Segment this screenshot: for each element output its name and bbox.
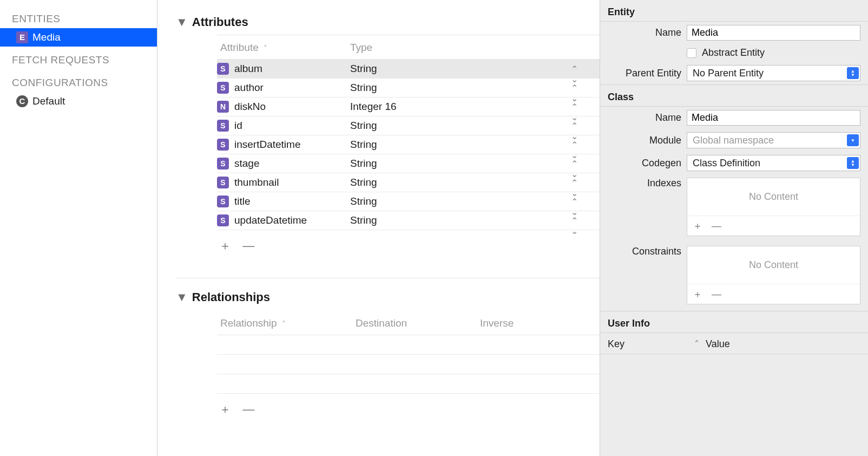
sort-caret-icon: ˄	[261, 44, 267, 53]
attribute-row[interactable]: SthumbnailString⌃⌄	[217, 173, 600, 192]
attribute-type[interactable]: String⌃⌄	[347, 177, 600, 188]
add-attribute-button[interactable]: ＋	[219, 239, 240, 252]
parent-entity-row: Parent Entity No Parent Entity ▲▼	[600, 62, 868, 84]
attribute-row[interactable]: SstageString⌃⌄	[217, 154, 600, 173]
attribute-row[interactable]: StitleString⌃⌄	[217, 192, 600, 211]
attribute-name: insertDatetime	[234, 139, 347, 151]
column-destination[interactable]: Destination	[352, 317, 477, 329]
constraints-label: Constraints	[608, 246, 681, 257]
inspector-panel: Entity Name Abstract Entity Parent Entit…	[600, 0, 868, 456]
inspector-entity-header: Entity	[600, 0, 868, 22]
attribute-type[interactable]: String⌃⌄	[347, 214, 600, 226]
column-inverse[interactable]: Inverse	[477, 317, 600, 329]
relationship-rows	[217, 335, 600, 394]
remove-index-button[interactable]: —	[712, 220, 728, 231]
abstract-entity-checkbox[interactable]	[687, 48, 696, 58]
sidebar-entity-label: Media	[32, 31, 61, 43]
type-icon: S	[217, 120, 229, 132]
attribute-row[interactable]: SauthorString⌃⌄	[217, 79, 600, 97]
indexes-label: Indexes	[608, 178, 681, 189]
relationships-controls: ＋ —	[217, 394, 600, 425]
column-relationship[interactable]: Relationship ˄	[217, 317, 352, 329]
chevron-down-icon: ▼	[847, 134, 859, 146]
entity-icon: E	[16, 31, 28, 43]
parent-entity-select[interactable]: No Parent Entity ▲▼	[687, 65, 860, 81]
inspector-userinfo-header: User Info	[600, 311, 868, 333]
remove-attribute-button[interactable]: —	[242, 239, 263, 252]
parent-entity-label: Parent Entity	[608, 68, 681, 79]
type-icon: S	[217, 214, 229, 226]
class-name-label: Name	[608, 112, 681, 123]
attributes-table: Attribute ˄ Type SalbumString⌃⌄SauthorSt…	[217, 35, 600, 262]
remove-relationship-button[interactable]: —	[242, 402, 263, 416]
attribute-row[interactable]: NdiskNoInteger 16⌃⌄	[217, 97, 600, 116]
add-index-button[interactable]: ＋	[693, 220, 709, 231]
userinfo-column-headers: Key ˄ Value	[600, 333, 868, 354]
section-separator	[176, 278, 600, 278]
disclosure-triangle-icon: ▼	[176, 290, 188, 304]
column-type[interactable]: Type	[347, 42, 600, 54]
class-name-input[interactable]	[687, 110, 860, 126]
entity-name-label: Name	[608, 27, 681, 38]
attribute-name: diskNo	[234, 101, 347, 113]
attribute-type[interactable]: String⌃⌄	[347, 63, 600, 75]
userinfo-key-column[interactable]: Key	[608, 338, 694, 350]
empty-row[interactable]	[217, 355, 600, 374]
attribute-name: stage	[234, 158, 347, 170]
attribute-row[interactable]: SidString⌃⌄	[217, 116, 600, 135]
userinfo-value-column[interactable]: Value	[706, 338, 860, 350]
attribute-name: thumbnail	[234, 177, 347, 188]
attributes-header[interactable]: ▼ Attributes	[157, 15, 600, 35]
sidebar-config-label: Default	[32, 95, 65, 107]
sort-caret-icon: ˄	[694, 338, 706, 350]
attribute-name: author	[234, 82, 347, 94]
class-name-row: Name	[600, 107, 868, 129]
add-constraint-button[interactable]: ＋	[693, 289, 709, 299]
attributes-controls: ＋ —	[217, 230, 600, 262]
type-icon: S	[217, 196, 229, 207]
codegen-select[interactable]: Class Definition ▲▼	[687, 155, 860, 171]
attributes-section: ▼ Attributes Attribute ˄ Type SalbumStri…	[157, 15, 600, 262]
class-module-row: Module Global namespace ▼	[600, 129, 868, 152]
remove-constraint-button[interactable]: —	[712, 289, 728, 299]
attribute-type[interactable]: Integer 16⌃⌄	[347, 101, 600, 113]
attribute-name: album	[234, 63, 347, 75]
attribute-rows: SalbumString⌃⌄SauthorString⌃⌄NdiskNoInte…	[217, 60, 600, 230]
empty-row[interactable]	[217, 374, 600, 394]
constraints-list[interactable]: No Content ＋ —	[687, 246, 860, 304]
attribute-type[interactable]: String⌃⌄	[347, 120, 600, 132]
sidebar: ENTITIES E Media FETCH REQUESTS CONFIGUR…	[0, 0, 157, 456]
disclosure-triangle-icon: ▼	[176, 15, 188, 29]
attribute-type[interactable]: String⌃⌄	[347, 139, 600, 151]
chevron-updown-icon: ⌃⌄	[571, 216, 578, 236]
module-label: Module	[608, 135, 681, 146]
entity-name-input[interactable]	[687, 25, 860, 41]
indexes-list[interactable]: No Content ＋ —	[687, 178, 860, 236]
attribute-row[interactable]: SalbumString⌃⌄	[217, 60, 600, 79]
attribute-column-headers: Attribute ˄ Type	[217, 35, 600, 60]
sidebar-entity-media[interactable]: E Media	[0, 28, 157, 47]
sidebar-config-default[interactable]: C Default	[0, 92, 157, 110]
main-editor: ▼ Attributes Attribute ˄ Type SalbumStri…	[157, 0, 600, 456]
attribute-name: title	[234, 196, 347, 207]
attribute-type[interactable]: String⌃⌄	[347, 82, 600, 94]
type-icon: S	[217, 158, 229, 170]
attribute-row[interactable]: SupdateDatetimeString⌃⌄	[217, 211, 600, 230]
relationships-header[interactable]: ▼ Relationships	[157, 290, 600, 310]
column-attribute[interactable]: Attribute ˄	[217, 42, 347, 54]
attribute-type[interactable]: String⌃⌄	[347, 196, 600, 207]
sidebar-header-entities: ENTITIES	[0, 5, 157, 28]
sidebar-header-config: CONFIGURATIONS	[0, 69, 157, 92]
inspector-class-header: Class	[600, 85, 868, 107]
empty-row[interactable]	[217, 335, 600, 355]
type-icon: S	[217, 82, 229, 94]
attribute-type[interactable]: String⌃⌄	[347, 158, 600, 170]
type-icon: S	[217, 139, 229, 151]
add-relationship-button[interactable]: ＋	[219, 402, 240, 416]
attribute-row[interactable]: SinsertDatetimeString⌃⌄	[217, 135, 600, 154]
class-codegen-row: Codegen Class Definition ▲▼	[600, 152, 868, 174]
configuration-icon: C	[16, 95, 28, 107]
abstract-entity-label: Abstract Entity	[702, 47, 765, 58]
entity-name-row: Name	[600, 22, 868, 44]
module-select[interactable]: Global namespace ▼	[687, 132, 860, 148]
